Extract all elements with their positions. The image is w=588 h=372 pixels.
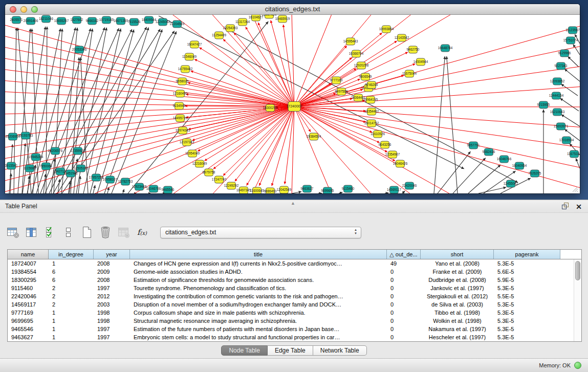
column-visibility-icon[interactable] [25,226,38,239]
table-options-icon[interactable] [6,226,20,239]
delete-table-icon[interactable] [117,226,130,239]
graph-edge[interactable] [573,45,580,55]
graph-edge[interactable] [123,189,124,193]
graph-node[interactable]: 17240007 [286,102,302,112]
graph-node[interactable]: 16366704 [349,50,364,57]
graph-edge[interactable] [259,106,294,186]
row-mode-icon[interactable] [61,226,75,239]
graph-edge[interactable] [568,56,579,67]
graph-edge[interactable] [234,33,294,106]
graph-edge[interactable] [112,31,177,193]
graph-edge[interactable] [402,191,405,193]
graph-node[interactable]: 11600645 [250,187,264,193]
graph-edge[interactable] [385,193,388,193]
graph-node[interactable]: 7515526 [128,18,141,26]
graph-edge[interactable] [292,106,294,193]
graph-edge[interactable] [500,178,531,193]
graph-node[interactable]: 14504944 [413,58,428,65]
graph-node[interactable]: 22254393 [223,25,238,32]
select-columns-icon[interactable] [43,226,57,239]
graph-edge[interactable] [447,56,458,193]
graph-node[interactable]: 12923448 [132,183,147,190]
graph-node[interactable]: 9806549 [359,73,372,80]
graph-node[interactable]: 9129966 [558,50,571,57]
graph-edge[interactable] [5,106,294,114]
graph-node[interactable]: 9215955 [537,101,550,108]
graph-node[interactable]: 14595443 [343,38,358,45]
table-row[interactable]: 1456911722003Disruption of a novel membe… [8,300,581,309]
graph-node[interactable]: 16648784 [438,45,453,52]
graph-node[interactable]: 12216049 [192,160,207,167]
scrollbar-thumb[interactable] [575,261,580,280]
graph-node[interactable]: 10958107 [103,176,118,183]
graph-node[interactable]: 9746264 [365,81,378,89]
graph-node[interactable]: 16047427 [187,41,202,48]
graph-edge[interactable] [294,106,580,127]
graph-edge[interactable] [561,84,578,96]
graph-node[interactable]: 10465919 [275,15,290,23]
column-header-name[interactable]: name [8,250,49,259]
graph-node[interactable]: 9699695 [321,187,334,193]
function-icon[interactable]: f(x) [135,226,149,239]
graph-edge[interactable] [294,106,333,193]
graph-node[interactable]: 12093852 [550,78,565,85]
graph-node[interactable]: 18409544 [142,16,157,24]
table-row[interactable]: 1872400712008Changes of HCN gene express… [8,259,581,268]
graph-node[interactable]: 11675334 [567,150,580,158]
graph-node[interactable]: 9465546 [162,186,175,193]
delete-column-icon[interactable] [98,226,112,239]
table-row[interactable]: 1830029562008Estimation of significance … [8,276,581,284]
table-row[interactable]: 1938455462009Genome-wide association stu… [8,268,581,276]
table-row[interactable]: 977716911998Corpus callosum shape and si… [8,309,581,317]
graph-node[interactable]: 9463627 [301,185,314,192]
graph-node[interactable]: 11123567 [565,27,580,34]
close-window-button[interactable] [10,6,16,13]
graph-node[interactable]: 9658025 [176,78,189,85]
graph-node[interactable]: 16014752 [364,120,379,127]
graph-edge[interactable] [80,57,88,193]
graph-node[interactable]: 15447494 [262,15,277,18]
graph-node[interactable]: 18211046 [39,15,53,23]
graph-node[interactable]: 16046766 [497,156,512,163]
zoom-window-button[interactable] [31,6,38,13]
graph-node[interactable]: 12245042 [156,18,170,26]
graph-node[interactable]: 10655257 [54,17,69,25]
graph-node[interactable]: 1527602 [71,16,83,24]
float-panel-icon[interactable] [561,202,569,211]
graph-node[interactable]: 14569117 [387,186,401,193]
graph-edge[interactable] [5,103,294,106]
graph-node[interactable]: 12444154 [549,92,564,99]
graph-node[interactable]: 9886493 [264,188,277,193]
graph-edge[interactable] [294,46,580,106]
graph-edge[interactable] [93,185,95,193]
graph-node[interactable]: 12920298 [354,62,369,69]
column-header-in_degree[interactable]: in_degree [49,250,94,259]
graph-node[interactable]: 18495719 [173,115,188,122]
graph-node[interactable]: 16104627 [249,15,264,21]
graph-node[interactable]: 9857791 [467,142,480,149]
close-panel-icon[interactable]: ✕ [576,203,582,210]
column-header-year[interactable]: year [94,250,130,259]
graph-node[interactable]: 9154943 [173,102,186,110]
graph-node[interactable]: 22204569 [170,20,185,28]
column-header-short[interactable]: short [421,250,494,259]
graph-node[interactable]: 9466162 [86,17,99,25]
table-selector-dropdown[interactable]: citations_edges.txt ▲▼ [160,227,361,238]
graph-node[interactable]: 15751074 [563,37,578,44]
table-row[interactable]: 969969511998Structural magnetic resonanc… [8,317,581,325]
graph-node[interactable]: 16671355 [114,17,128,25]
graph-node[interactable]: 17359928 [71,147,85,155]
minimize-window-button[interactable] [20,6,27,13]
graph-edge[interactable] [560,98,579,111]
graph-node[interactable]: 12455042 [504,180,518,187]
table-row[interactable]: 911546021997Tourette syndrome. Phenomeno… [8,284,581,292]
graph-node[interactable]: 6497568 [335,88,348,95]
graph-node[interactable]: 14755442 [178,65,193,73]
graph-edge[interactable] [169,106,294,193]
graph-edge[interactable] [246,27,294,106]
graph-node[interactable]: 10497345 [236,187,251,193]
graph-node[interactable]: 1115686 [24,165,36,172]
window-resize-grip[interactable] [572,185,578,192]
graph-node[interactable]: 17016534 [559,137,574,144]
graph-node[interactable]: 11675044 [402,70,417,77]
